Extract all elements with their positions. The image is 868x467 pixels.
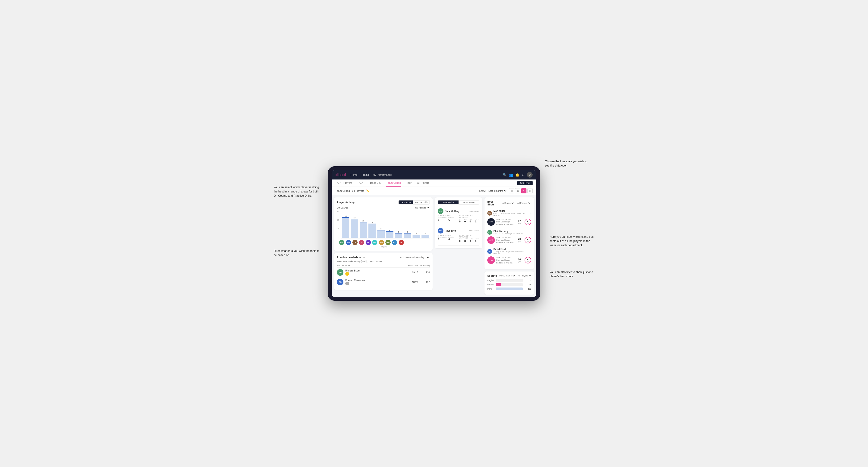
ap-total-rounds-label-2: Total Rounds xyxy=(438,235,456,236)
score-bar-track xyxy=(496,283,523,286)
shot-chevron-3[interactable]: › xyxy=(530,250,531,253)
toggle-most-active[interactable]: Most Active xyxy=(438,200,459,204)
bar-group: 3 xyxy=(395,231,402,238)
bar-top-line xyxy=(422,235,429,235)
active-player-2: RB Rees Britt 02 Sep 2023 Total Rounds T… xyxy=(438,226,479,246)
bar-value: 5 xyxy=(380,228,381,230)
add-team-button[interactable]: Add Team xyxy=(517,181,533,185)
y-label-5: 5 xyxy=(338,228,339,230)
nav-home[interactable]: Home xyxy=(350,173,357,176)
toggle-practice-drills[interactable]: Practice Drills xyxy=(413,200,430,204)
shots-filter[interactable]: All Shots xyxy=(501,201,515,205)
shot-metric-circle-unit-1: yds xyxy=(527,222,529,224)
bars-area: 13 12 10 9 5 4 3 3 xyxy=(341,210,430,239)
sg-badge-3: 198 xyxy=(487,256,495,264)
bar xyxy=(404,233,411,238)
subnav-pga[interactable]: PGA xyxy=(357,180,364,187)
search-icon[interactable]: 🔍 xyxy=(503,173,507,177)
view-list-btn[interactable]: ≡ xyxy=(527,188,533,193)
bar-top-line xyxy=(404,233,411,234)
nav-my-performance[interactable]: My Performance xyxy=(373,173,392,176)
score-bar-fill xyxy=(496,283,501,286)
nav-teams[interactable]: Teams xyxy=(361,173,369,176)
ap-gtt-val-2: 0 xyxy=(459,240,463,243)
view-heart-btn[interactable]: ♥ xyxy=(521,188,526,193)
active-player-1: BM Blair McHarg 26 Aug 2023 Total Rounds xyxy=(438,206,479,226)
user-avatar[interactable]: U xyxy=(527,172,533,178)
bar xyxy=(422,235,429,238)
shot-metric-circle-val-3: 0 xyxy=(527,258,528,261)
view-grid4-btn[interactable]: ⊞ xyxy=(509,188,514,193)
view-icons: ⊞ ▦ ♥ ≡ xyxy=(509,188,533,193)
lb-player-detail-1: Richard Butler 1 xyxy=(345,269,360,276)
player-avatar-sm[interactable]: DF xyxy=(352,240,358,245)
plus-circle-icon[interactable]: ⊕ xyxy=(522,173,525,177)
ap-practice-val-2: 4 xyxy=(448,238,456,241)
subnav-pgat[interactable]: PGAT Players xyxy=(335,180,352,187)
shot-chevron-2[interactable]: › xyxy=(530,231,531,234)
annotation-top-right: Choose the timescale you wish to see the… xyxy=(545,159,592,168)
ap-gtt-2: GTT 0 xyxy=(459,238,463,243)
ap-putt-label-1: PUTT xyxy=(475,218,479,220)
score-bar-label: Eagles xyxy=(487,279,494,282)
subnav-all-players[interactable]: All Players xyxy=(417,180,430,187)
players-avatars-row: BMBBDFJCEEGBRBMMECLR xyxy=(337,239,430,245)
player-avatar-sm[interactable]: BM xyxy=(339,240,344,245)
bar-value: 13 xyxy=(345,215,347,217)
leaderboard-subtitle: PUTT Must Make Putting (3-6 ft), Last 3 … xyxy=(337,260,430,262)
lb-col-name: PLAYER NAME xyxy=(337,264,406,267)
scoring-filter2[interactable]: All Players xyxy=(517,274,532,277)
shot-metric-circle-2: 0 yds xyxy=(525,237,531,243)
player-avatar-sm[interactable]: JC xyxy=(359,240,364,245)
annotation-top-left: You can select which player is doing the… xyxy=(274,185,321,198)
bar xyxy=(368,224,376,238)
player-avatar-sm[interactable]: EE xyxy=(366,240,371,245)
score-bar-track xyxy=(496,279,523,282)
bell-icon[interactable]: 🔔 xyxy=(516,173,519,177)
ap-name-2: Rees Britt xyxy=(445,229,467,232)
bar-top-line xyxy=(368,224,376,224)
shot-text-1: Shot Dist: 67 yds Start Lie: Rough End L… xyxy=(496,218,514,226)
toggle-on-course[interactable]: On Course xyxy=(399,200,413,204)
view-grid2-btn[interactable]: ▦ xyxy=(515,188,520,193)
best-shots-card: Best Shots All Shots All Players MM xyxy=(485,197,534,269)
lb-avg-1: 110 xyxy=(418,271,430,274)
player-avatar-sm[interactable]: MM xyxy=(385,240,391,245)
ap-gtt-label-2: GTT xyxy=(459,238,463,240)
subnav-tour[interactable]: Tour xyxy=(406,180,412,187)
shot-player-name-1: Matt Miller xyxy=(493,210,529,212)
ap-gtt-label-1: GTT xyxy=(459,218,463,220)
player-avatar-sm[interactable]: BB xyxy=(346,240,351,245)
lb-col-avg: PB AVG SQ xyxy=(418,264,430,267)
show-dropdown[interactable]: Last 3 months xyxy=(488,189,507,192)
player-avatar-sm[interactable]: RB xyxy=(379,240,384,245)
ap-practice-1: Practice 6 xyxy=(448,217,456,221)
bar-top-line xyxy=(412,235,420,235)
y-label-0: 0 xyxy=(338,236,339,239)
player-avatar-sm[interactable]: EC xyxy=(392,240,397,245)
player-avatar-sm[interactable]: LR xyxy=(399,240,404,245)
shot-chevron-1[interactable]: › xyxy=(530,212,531,215)
users-icon[interactable]: 👥 xyxy=(509,173,513,177)
active-player-2-header: RB Rees Britt 02 Sep 2023 xyxy=(438,228,479,234)
edit-icon[interactable]: ✏️ xyxy=(366,189,369,192)
ap-tournament-label-2: Tournament xyxy=(438,236,446,238)
annotation-bot-right: You can also filter to show just one pla… xyxy=(550,270,597,279)
subnav-team-clippd[interactable]: Team Clippd xyxy=(386,180,401,187)
lb-score-1: 19/20 xyxy=(406,271,418,274)
subnav-hcaps[interactable]: Hcaps 1-5 xyxy=(368,180,381,187)
leaderboard-filter[interactable]: PUTT Must Make Putting... xyxy=(399,256,430,259)
chart-filter-select[interactable]: Total Rounds xyxy=(412,206,430,209)
lb-name-2: Edward Crossman xyxy=(345,279,365,282)
score-bar-val: 96 xyxy=(524,283,531,286)
players-filter[interactable]: All Players xyxy=(516,201,531,205)
player-activity-card: Player Activity On Course Practice Drill… xyxy=(334,197,433,251)
shot-course-info-2: 23 Jul 2023 · Ashridge GC, Hole 15 xyxy=(493,232,529,235)
leaderboard-cols: PLAYER NAME PB SCORE PB AVG SQ xyxy=(337,264,430,268)
score-bar-fill xyxy=(496,279,496,282)
scoring-filter1[interactable]: Par 3, 4 & 5s xyxy=(498,274,516,277)
toggle-least-active[interactable]: Least Active xyxy=(459,200,479,204)
player-avatar-sm[interactable]: GB xyxy=(372,240,377,245)
scoring-title: Scoring xyxy=(487,274,497,277)
ap-avatar-1: BM xyxy=(438,208,443,214)
